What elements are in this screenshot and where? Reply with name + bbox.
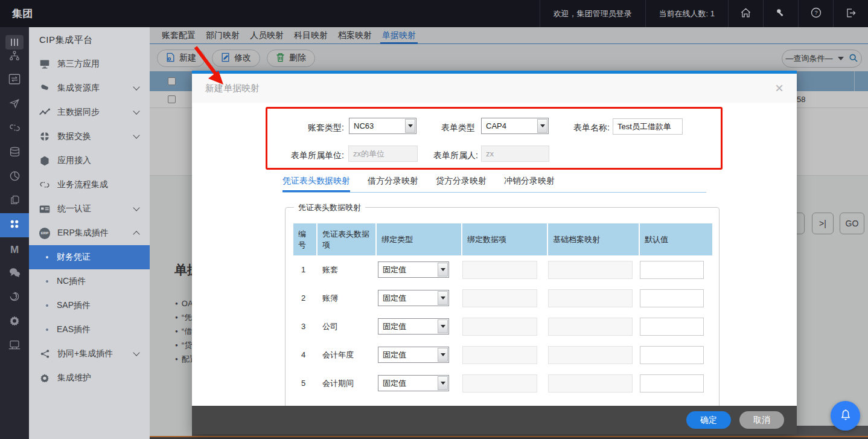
row-number: 5 — [293, 379, 316, 388]
dialog-header: 新建单据映射 × — [192, 74, 797, 103]
base-archive-input[interactable] — [548, 261, 633, 279]
bind-type-select[interactable]: 固定值 — [378, 290, 449, 306]
dialog-tabbar: 凭证表头数据映射 借方分录映射 贷方分录映射 冲销分录映射 — [282, 176, 555, 192]
sidebar-item-erp-plugins[interactable]: ERP ERP集成插件 — [29, 221, 150, 245]
bind-type-select[interactable]: 固定值 — [378, 261, 449, 278]
password-button[interactable] — [763, 0, 798, 27]
sidebar-item-label: 第三方应用 — [57, 59, 100, 69]
select-arrow-icon — [438, 319, 448, 333]
voucher-header-fieldset: 凭证表头数据映射 编号 凭证表头数据项 绑定类型 绑定数据项 基础档案映射 默认… — [285, 207, 720, 434]
monitor-icon — [39, 59, 50, 69]
form-name-input[interactable] — [613, 118, 683, 135]
row-item-label: 账套 — [318, 264, 375, 275]
rail-sitemap-button[interactable] — [0, 45, 29, 69]
sidebar-item-data-exchange[interactable]: 数据交换 — [29, 124, 150, 149]
database-icon — [9, 147, 21, 159]
col-header: 凭证表头数据项 — [318, 223, 375, 255]
bind-dataitem-input[interactable] — [462, 261, 537, 279]
rail-link-button[interactable] — [0, 117, 29, 141]
rail-report-button[interactable] — [0, 165, 29, 189]
bind-dataitem-input[interactable] — [462, 374, 537, 393]
default-value-input[interactable] — [640, 289, 704, 307]
key-icon — [775, 7, 787, 21]
sidebar-item-resource-lib[interactable]: 集成资源库 — [29, 76, 150, 100]
online-count: 当前在线人数: 1 — [645, 0, 728, 27]
rail-settings-button[interactable] — [0, 310, 29, 334]
col-header: 绑定数据项 — [462, 223, 547, 255]
bind-dataitem-input[interactable] — [462, 289, 537, 307]
logout-icon — [845, 7, 857, 21]
tab-debit-entry-mapping[interactable]: 借方分录映射 — [368, 176, 418, 192]
cancel-button[interactable]: 取消 — [739, 411, 784, 429]
rail-chat-button[interactable] — [0, 261, 29, 286]
sidebar-item-label: 财务凭证 — [57, 252, 91, 263]
bullet-dot-icon — [46, 328, 48, 331]
copy-pages-icon — [10, 194, 20, 208]
base-archive-input[interactable] — [548, 346, 633, 364]
account-type-select[interactable]: NC63 — [349, 118, 416, 134]
sidebar-item-label: NC插件 — [57, 276, 86, 287]
close-icon[interactable]: × — [775, 81, 783, 95]
ok-button[interactable]: 确定 — [686, 411, 731, 429]
share-nodes-icon — [39, 348, 50, 359]
base-archive-input[interactable] — [548, 318, 633, 336]
help-button[interactable]: ? — [798, 0, 833, 27]
rail-plugins-button-active[interactable] — [0, 213, 29, 237]
sidebar-item-master-data-sync[interactable]: 主数据同步 — [29, 100, 150, 124]
line-chart-icon — [39, 107, 50, 118]
rail-terminal-button[interactable] — [0, 334, 29, 358]
form-type-select[interactable]: CAP4 — [481, 118, 549, 134]
form-org-input[interactable] — [348, 146, 418, 162]
welcome-text: 欢迎，集团管理员登录 — [540, 0, 645, 27]
default-value-input[interactable] — [640, 261, 704, 279]
bind-dataitem-input[interactable] — [462, 346, 537, 364]
rail-pages-button[interactable] — [0, 189, 29, 213]
sidebar-item-bpm-integration[interactable]: 业务流程集成 — [29, 173, 150, 197]
sidebar-item-unified-auth[interactable]: 统一认证 — [29, 197, 150, 221]
form-owner-input[interactable] — [481, 146, 549, 162]
rail-exchange-button[interactable] — [0, 68, 29, 92]
sidebar-item-label: 数据交换 — [57, 131, 91, 142]
logout-button[interactable] — [833, 0, 868, 27]
bind-type-select[interactable]: 固定值 — [378, 347, 449, 363]
select-arrow-icon — [438, 348, 448, 362]
rail-m-button[interactable]: M — [0, 237, 29, 261]
base-archive-input[interactable] — [548, 374, 633, 393]
bind-dataitem-input[interactable] — [462, 318, 537, 336]
default-value-input[interactable] — [640, 346, 704, 364]
base-archive-input[interactable] — [548, 289, 633, 307]
rail-spiral-button[interactable] — [0, 286, 29, 310]
sidebar-item-maintenance[interactable]: 集成维护 — [29, 366, 150, 390]
form-name-label: 表单名称: — [567, 120, 610, 136]
bind-type-select[interactable]: 固定值 — [378, 375, 449, 391]
rail-send-button[interactable] — [0, 92, 29, 117]
tab-writeoff-entry-mapping[interactable]: 冲销分录映射 — [504, 176, 555, 192]
sidebar-item-eas-plugin[interactable]: EAS插件 — [29, 318, 150, 342]
default-value-input[interactable] — [640, 318, 704, 336]
rail-database-button[interactable] — [0, 141, 29, 165]
default-value-input[interactable] — [640, 374, 704, 393]
sidebar-item-app-access[interactable]: 应用接入 — [29, 149, 150, 173]
bind-type-select[interactable]: 固定值 — [378, 318, 449, 335]
sidebar-item-sap-plugin[interactable]: SAP插件 — [29, 293, 150, 318]
mapping-row: 5 会计期间 固定值 — [293, 369, 712, 397]
cube-icon — [39, 155, 50, 166]
svg-text:?: ? — [814, 10, 817, 16]
sidebar-item-third-party[interactable]: 第三方应用 — [29, 52, 150, 76]
tab-voucher-header-mapping-active[interactable]: 凭证表头数据映射 — [282, 176, 350, 192]
notification-fab[interactable] — [831, 401, 860, 431]
chain-link-icon — [9, 122, 21, 136]
row-number: 4 — [293, 350, 316, 359]
bullet-dot-icon — [46, 256, 48, 258]
sidebar-item-label: ERP集成插件 — [57, 228, 109, 239]
select-arrow-icon — [438, 263, 448, 277]
sidebar-item-finance-voucher[interactable]: 财务凭证 — [29, 245, 150, 269]
tab-credit-entry-mapping[interactable]: 贷方分录映射 — [436, 176, 487, 192]
sitemap-icon — [9, 50, 20, 63]
sidebar-item-nc-plugin[interactable]: NC插件 — [29, 269, 150, 293]
help-icon: ? — [810, 7, 822, 21]
sidebar-item-collab-plugins[interactable]: 协同+集成插件 — [29, 342, 150, 366]
sidebar: CIP集成平台 第三方应用 集成资源库 主数据同步 数据交换 应用接入 业务流程… — [29, 27, 150, 439]
home-button[interactable] — [728, 0, 763, 27]
sidebar-item-label: 统一认证 — [57, 203, 91, 214]
